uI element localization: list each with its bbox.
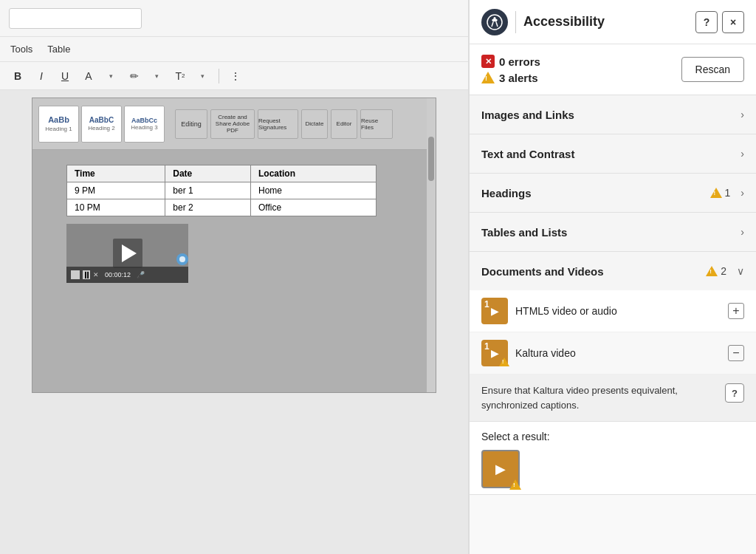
video-player[interactable]: ⏸ ✕ 00:00:12 🎤 — [66, 224, 188, 283]
select-result-label: Select a result: — [481, 431, 744, 442]
accordion-images-links: Images and Links › — [470, 95, 756, 134]
errors-label: errors — [509, 55, 540, 68]
superscript-button[interactable]: T2 — [170, 66, 190, 86]
sub-item-kaltura-video[interactable]: 1 ▶ Kaltura video − — [470, 332, 756, 375]
accordion-header-documents-videos[interactable]: Documents and Videos 2 ∨ — [470, 252, 756, 290]
highlight-button[interactable]: ✏ — [124, 66, 145, 86]
font-color-group: A ▾ — [78, 66, 121, 86]
italic-button[interactable]: I — [31, 66, 52, 86]
table-header-location: Location — [251, 165, 377, 182]
accordion-tables-lists: Tables and Lists › — [470, 213, 756, 252]
highlight-group: ✏ ▾ — [124, 66, 167, 86]
result-play-icon: ▶ — [495, 461, 506, 477]
word-create-share-btn[interactable]: Create and Share Adobe PDF — [210, 109, 255, 139]
table-header-date: Date — [165, 165, 251, 182]
font-color-dropdown[interactable]: ▾ — [100, 66, 121, 86]
headings-label: Headings — [481, 187, 704, 199]
headings-badge-count: 1 — [725, 187, 731, 199]
superscript-dropdown[interactable]: ▾ — [192, 66, 213, 86]
word-request-signatures-btn[interactable]: Request Signatures — [258, 109, 298, 139]
editor-content: AaBb Heading 1 AaBbC Heading 2 AaBbCc He… — [0, 90, 468, 554]
editor-toolbar-top — [0, 0, 468, 37]
select-result-section: Select a result: ▶ — [470, 422, 756, 494]
html5-video-icon: 1 ▶ — [481, 298, 508, 324]
heading-style-1[interactable]: AaBb Heading 1 — [38, 106, 79, 143]
more-options-button[interactable]: ⋮ — [225, 66, 246, 86]
kaltura-video-num: 1 — [484, 341, 489, 352]
error-icon: ✕ — [481, 55, 495, 68]
summary-counts: ✕ 0 errors 3 alerts — [481, 55, 540, 84]
accordion-documents-videos: Documents and Videos 2 ∨ 1 ▶ HTML5 video… — [470, 252, 756, 495]
close-button[interactable]: × — [722, 11, 744, 33]
result-options: ▶ — [481, 450, 744, 488]
kaltura-video-icon: 1 ▶ — [481, 340, 508, 366]
alerts-count: 3 alerts — [499, 72, 538, 84]
kaltura-video-label: Kaltura video — [515, 347, 721, 359]
kaltura-message: Ensure that Kaltura video presents equiv… — [481, 383, 744, 412]
video-close-icon: ✕ — [93, 271, 99, 278]
word-dictate-btn[interactable]: Dictate — [301, 109, 328, 139]
menu-bar: Tools Table — [0, 37, 468, 62]
editor-panel: Tools Table B I U A ▾ ✏ ▾ T2 ▾ ⋮ AaBb — [0, 0, 469, 554]
heading-style-2[interactable]: AaBbC Heading 2 — [81, 106, 122, 143]
badge-alert-icon — [710, 188, 722, 198]
word-table: Time Date Location 9 PM ber 1 Home 10 PM — [66, 165, 377, 216]
svg-point-2 — [494, 17, 496, 19]
result-alert-overlay — [509, 479, 521, 490]
accordion-header-text-contrast[interactable]: Text and Contrast › — [470, 134, 756, 173]
formatting-bar: B I U A ▾ ✏ ▾ T2 ▾ ⋮ — [0, 62, 468, 90]
video-pause-button[interactable]: ⏸ — [83, 270, 90, 279]
accordion-headings: Headings 1 › — [470, 174, 756, 213]
editor-name-input[interactable] — [9, 8, 142, 29]
kaltura-message-text: Ensure that Kaltura video presents equiv… — [481, 383, 718, 412]
kaltura-help-button[interactable]: ? — [725, 383, 744, 403]
accordion-header-headings[interactable]: Headings 1 › — [470, 174, 756, 212]
panel-header: Accessibility ? × — [470, 0, 756, 44]
html5-video-expand-button[interactable]: + — [728, 303, 744, 319]
rescan-button[interactable]: Rescan — [681, 57, 744, 82]
scroll-thumb[interactable] — [428, 137, 434, 181]
headings-badge: 1 — [710, 187, 731, 199]
word-content: Time Date Location 9 PM ber 1 Home 10 PM — [32, 150, 436, 292]
documents-videos-badge: 2 — [706, 265, 726, 277]
video-stop-button[interactable] — [71, 270, 80, 279]
accordion-header-images-links[interactable]: Images and Links › — [470, 95, 756, 134]
word-editing-btn[interactable]: Editing — [175, 109, 207, 139]
kaltura-video-collapse-button[interactable]: − — [728, 345, 744, 361]
sub-item-html5-video[interactable]: 1 ▶ HTML5 video or audio + — [470, 290, 756, 332]
sm-alert-triangle-icon — [509, 479, 521, 490]
alerts-label: alerts — [509, 72, 538, 84]
table-cell: 9 PM — [67, 182, 165, 199]
play-icon: ▶ — [491, 305, 499, 317]
table-cell: Home — [251, 182, 377, 199]
video-timestamp: 00:00:12 — [105, 271, 131, 278]
menu-item-table[interactable]: Table — [46, 41, 72, 58]
video-resize-handle[interactable] — [176, 253, 188, 265]
highlight-dropdown[interactable]: ▾ — [146, 66, 167, 86]
heading-style-3[interactable]: AaBbCc Heading 3 — [124, 106, 165, 143]
underline-button[interactable]: U — [55, 66, 75, 86]
word-reuse-btn[interactable]: Reuse Files — [360, 109, 393, 139]
badge-alert-icon — [706, 266, 718, 276]
table-row: 9 PM ber 1 Home — [67, 182, 377, 199]
summary-area: ✕ 0 errors 3 alerts Rescan — [470, 44, 756, 95]
accordion-text-contrast: Text and Contrast › — [470, 134, 756, 174]
result-thumb-1[interactable]: ▶ — [481, 450, 520, 488]
table-cell: Office — [251, 199, 377, 216]
tables-lists-label: Tables and Lists — [481, 226, 735, 239]
chevron-right-icon: › — [740, 109, 744, 120]
bold-button[interactable]: B — [7, 66, 28, 86]
html5-video-num: 1 — [484, 299, 489, 310]
kaltura-detail: Ensure that Kaltura video presents equiv… — [470, 375, 756, 422]
play-button-overlay[interactable] — [113, 239, 142, 268]
table-cell: 10 PM — [67, 199, 165, 216]
accordion-header-tables-lists[interactable]: Tables and Lists › — [470, 213, 756, 251]
word-editor-btn[interactable]: Editor — [331, 109, 357, 139]
menu-item-tools[interactable]: Tools — [9, 41, 34, 58]
table-row: 10 PM ber 2 Office — [67, 199, 377, 216]
documents-videos-content: 1 ▶ HTML5 video or audio + 1 ▶ K — [470, 290, 756, 494]
font-color-button[interactable]: A — [78, 66, 99, 86]
scroll-bar[interactable] — [427, 98, 436, 392]
chevron-right-icon: › — [740, 187, 744, 199]
help-button[interactable]: ? — [695, 11, 718, 33]
